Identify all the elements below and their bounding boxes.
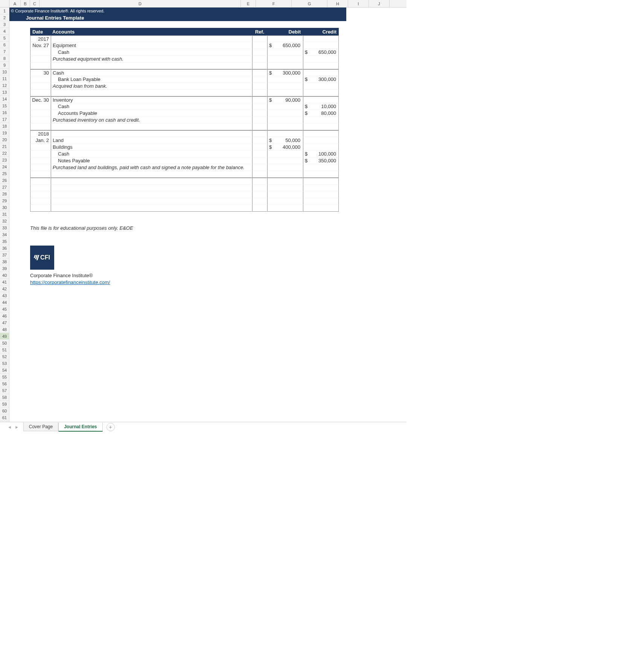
col-header-g[interactable]: G bbox=[292, 0, 327, 7]
ref-cell[interactable] bbox=[252, 110, 267, 117]
date-cell[interactable] bbox=[30, 171, 51, 178]
debit-cell[interactable] bbox=[267, 164, 303, 171]
tab-journal-entries[interactable]: Journal Entries bbox=[58, 423, 102, 432]
date-cell[interactable] bbox=[30, 144, 51, 151]
ref-cell[interactable] bbox=[252, 205, 267, 212]
ref-cell[interactable] bbox=[252, 191, 267, 198]
row-header[interactable]: 59 bbox=[0, 401, 9, 408]
next-sheet-icon[interactable]: ► bbox=[15, 425, 19, 429]
credit-cell[interactable] bbox=[303, 144, 339, 151]
credit-cell[interactable] bbox=[303, 83, 339, 90]
company-url-link[interactable]: https://corporatefinanceinstitute.com/ bbox=[30, 279, 110, 286]
account-cell[interactable]: Cash bbox=[51, 49, 252, 56]
debit-cell[interactable] bbox=[267, 90, 303, 96]
credit-cell[interactable] bbox=[303, 96, 339, 103]
debit-cell[interactable] bbox=[267, 157, 303, 164]
ref-cell[interactable] bbox=[252, 178, 267, 185]
row-header[interactable]: 34 bbox=[0, 231, 9, 238]
col-header-h[interactable]: H bbox=[327, 0, 348, 7]
ref-cell[interactable] bbox=[252, 83, 267, 90]
date-cell[interactable] bbox=[30, 124, 51, 130]
debit-cell[interactable] bbox=[267, 49, 303, 56]
ref-cell[interactable] bbox=[252, 76, 267, 83]
row-header[interactable]: 8 bbox=[0, 55, 9, 62]
account-cell[interactable] bbox=[51, 90, 252, 96]
account-cell[interactable]: Accounts Payable bbox=[51, 110, 252, 117]
row-header[interactable]: 11 bbox=[0, 75, 9, 82]
row-header[interactable]: 22 bbox=[0, 150, 9, 157]
ref-cell[interactable] bbox=[252, 49, 267, 56]
debit-cell[interactable] bbox=[267, 151, 303, 157]
account-cell[interactable] bbox=[51, 124, 252, 130]
account-cell[interactable]: Land bbox=[51, 137, 252, 144]
row-header[interactable]: 60 bbox=[0, 408, 9, 414]
credit-cell[interactable] bbox=[303, 130, 339, 137]
credit-cell[interactable] bbox=[303, 185, 339, 191]
row-header[interactable]: 4 bbox=[0, 28, 9, 35]
debit-cell[interactable] bbox=[267, 117, 303, 124]
row-header[interactable]: 25 bbox=[0, 170, 9, 177]
row-header[interactable]: 40 bbox=[0, 272, 9, 279]
credit-cell[interactable] bbox=[303, 117, 339, 124]
row-header[interactable]: 28 bbox=[0, 191, 9, 197]
date-cell[interactable] bbox=[30, 63, 51, 69]
ref-cell[interactable] bbox=[252, 164, 267, 171]
credit-cell[interactable]: $650,000 bbox=[303, 49, 339, 56]
date-cell[interactable] bbox=[30, 56, 51, 63]
debit-cell[interactable] bbox=[267, 103, 303, 110]
credit-cell[interactable]: $10,000 bbox=[303, 103, 339, 110]
row-header[interactable]: 33 bbox=[0, 224, 9, 231]
date-cell[interactable]: Dec. 30 bbox=[30, 96, 51, 103]
row-header[interactable]: 7 bbox=[0, 48, 9, 55]
account-cell[interactable] bbox=[51, 205, 252, 212]
ref-cell[interactable] bbox=[252, 130, 267, 137]
prev-sheet-icon[interactable]: ◄ bbox=[8, 425, 12, 429]
date-cell[interactable] bbox=[30, 198, 51, 205]
account-cell[interactable] bbox=[51, 171, 252, 178]
ref-cell[interactable] bbox=[252, 157, 267, 164]
tab-cover-page[interactable]: Cover Page bbox=[23, 423, 58, 431]
row-header[interactable]: 19 bbox=[0, 130, 9, 136]
ref-cell[interactable] bbox=[252, 42, 267, 49]
account-cell[interactable]: Purchased land and buildings, paid with … bbox=[51, 164, 252, 171]
ref-cell[interactable] bbox=[252, 151, 267, 157]
date-cell[interactable]: 30 bbox=[30, 69, 51, 76]
credit-cell[interactable] bbox=[303, 56, 339, 63]
row-header[interactable]: 26 bbox=[0, 177, 9, 184]
row-header[interactable]: 17 bbox=[0, 116, 9, 123]
account-cell[interactable]: Acquired loan from bank. bbox=[51, 83, 252, 90]
debit-cell[interactable] bbox=[267, 110, 303, 117]
account-cell[interactable]: Cash bbox=[51, 69, 252, 76]
date-cell[interactable] bbox=[30, 83, 51, 90]
ref-cell[interactable] bbox=[252, 117, 267, 124]
row-header[interactable]: 10 bbox=[0, 69, 9, 75]
col-header-b[interactable]: B bbox=[21, 0, 30, 7]
col-header-f[interactable]: F bbox=[256, 0, 292, 7]
debit-cell[interactable] bbox=[267, 191, 303, 198]
credit-cell[interactable]: $80,000 bbox=[303, 110, 339, 117]
credit-cell[interactable]: $300,000 bbox=[303, 76, 339, 83]
add-sheet-button[interactable]: + bbox=[107, 423, 115, 431]
debit-cell[interactable] bbox=[267, 178, 303, 185]
row-header[interactable]: 32 bbox=[0, 218, 9, 224]
row-header[interactable]: 6 bbox=[0, 41, 9, 48]
row-header[interactable]: 57 bbox=[0, 387, 9, 394]
debit-cell[interactable] bbox=[267, 171, 303, 178]
ref-cell[interactable] bbox=[252, 90, 267, 96]
date-cell[interactable] bbox=[30, 151, 51, 157]
row-header[interactable]: 50 bbox=[0, 340, 9, 346]
account-cell[interactable] bbox=[51, 63, 252, 69]
debit-cell[interactable] bbox=[267, 130, 303, 137]
ref-cell[interactable] bbox=[252, 35, 267, 42]
row-header[interactable]: 61 bbox=[0, 414, 9, 421]
row-header[interactable]: 2 bbox=[0, 14, 9, 21]
row-header[interactable]: 15 bbox=[0, 102, 9, 109]
credit-cell[interactable] bbox=[303, 124, 339, 130]
row-header[interactable]: 54 bbox=[0, 367, 9, 374]
row-header[interactable]: 23 bbox=[0, 157, 9, 163]
row-header[interactable]: 45 bbox=[0, 306, 9, 313]
debit-cell[interactable]: $400,000 bbox=[267, 144, 303, 151]
date-cell[interactable] bbox=[30, 117, 51, 124]
ref-cell[interactable] bbox=[252, 171, 267, 178]
date-cell[interactable] bbox=[30, 157, 51, 164]
